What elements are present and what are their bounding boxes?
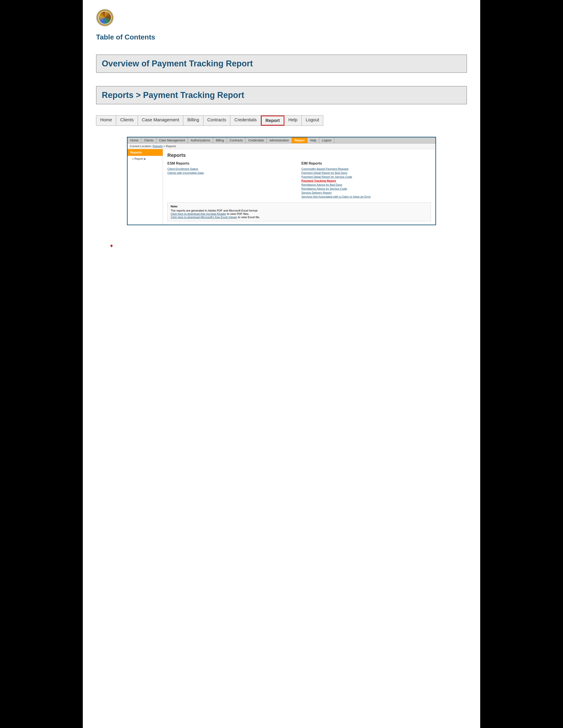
section1-title: Overview of Payment Tracking Report xyxy=(102,59,461,68)
section1-header: Overview of Payment Tracking Report xyxy=(96,54,467,73)
sidebar-expand-icon: ▶ xyxy=(144,157,146,160)
logo xyxy=(96,9,114,26)
inner-nav-clients[interactable]: Clients xyxy=(141,137,156,143)
inner-nav-contracts[interactable]: Contracts xyxy=(227,137,246,143)
excel-viewer-link[interactable]: Click here to download Microsoft's free … xyxy=(171,216,237,219)
top-nav-bar: Home Clients Case Management Billing Con… xyxy=(96,115,323,126)
note-text: The reports are generated in Adobe PDF a… xyxy=(171,209,428,212)
inner-nav-authorizations[interactable]: Authorizations xyxy=(188,137,213,143)
breadcrumb-prefix: Current Location: xyxy=(130,144,152,148)
inner-screenshot: Home Clients Case Management Authorizati… xyxy=(127,137,436,225)
reports-grid: ESM Reports Client Enrollment Status Cli… xyxy=(167,161,431,199)
nav-item-billing[interactable]: Billing xyxy=(183,116,203,126)
esm-reports-title: ESM Reports xyxy=(167,161,297,165)
note-label: Note: xyxy=(171,205,428,208)
inner-nav-help[interactable]: Help xyxy=(307,137,319,143)
inner-nav-credentials[interactable]: Credentials xyxy=(245,137,267,143)
nav-item-home[interactable]: Home xyxy=(96,116,116,126)
eim-link-remittance-bed[interactable]: Remittance Advice by Bed Days xyxy=(302,183,431,186)
sidebar: Reports » Report ▶ xyxy=(128,149,163,225)
section2-header: Reports > Payment Tracking Report xyxy=(96,86,467,104)
esm-reports-col: ESM Reports Client Enrollment Status Cli… xyxy=(167,161,297,199)
inner-nav-case-management[interactable]: Case Management xyxy=(156,137,188,143)
inner-nav-home[interactable]: Home xyxy=(128,137,141,143)
note-link1-suffix: to view PDF files. xyxy=(227,212,249,216)
bottom-star-marker: ✦ xyxy=(109,243,467,249)
toc-title: Table of Contents xyxy=(96,33,467,41)
eim-link-payment-tracking[interactable]: Payment Tracking Report xyxy=(302,179,431,182)
eim-link-payment-detail-service[interactable]: Payment Detail Report by Service Code xyxy=(302,175,431,178)
logo-graphic xyxy=(98,11,111,24)
esm-link-client-enrollment[interactable]: Client Enrollment Status xyxy=(167,167,297,171)
nav-item-clients[interactable]: Clients xyxy=(116,116,138,126)
logo-area xyxy=(96,9,467,26)
sidebar-subitem-report[interactable]: » Report ▶ xyxy=(128,156,163,161)
note-link2-suffix: to view Excel file. xyxy=(238,216,260,219)
acrobat-reader-link[interactable]: Click here to download free Acrobat Read… xyxy=(171,212,226,216)
inner-nav-billing[interactable]: Billing xyxy=(213,137,227,143)
nav-item-case-management[interactable]: Case Management xyxy=(138,116,183,126)
eim-link-service-delivery[interactable]: Service Delivery Report xyxy=(302,191,431,194)
eim-reports-col: EIM Reports Commodity Based Payment Requ… xyxy=(302,161,431,199)
eim-link-remittance-service[interactable]: Remittance Advice by Service Code xyxy=(302,187,431,190)
main-area: Reports » Report ▶ Reports ESM Reports C… xyxy=(128,149,435,225)
inner-nav-report[interactable]: Report xyxy=(292,137,307,143)
nav-item-contracts[interactable]: Contracts xyxy=(203,116,230,126)
nav-item-report[interactable]: Report xyxy=(261,116,285,126)
inner-nav-logout[interactable]: Logout xyxy=(319,137,334,143)
sidebar-item-reports[interactable]: Reports xyxy=(128,149,163,156)
breadcrumb-suffix: > Reports xyxy=(164,144,176,148)
inner-nav-bar: Home Clients Case Management Authorizati… xyxy=(128,137,435,143)
eim-link-services-not-associated[interactable]: Services Not Associated with a Claim or … xyxy=(302,195,431,198)
nav-item-logout[interactable]: Logout xyxy=(302,116,323,126)
inner-nav-administration[interactable]: Administration xyxy=(267,137,292,143)
sidebar-arrow-icon: » Report xyxy=(132,157,143,160)
content-title: Reports xyxy=(167,152,431,158)
eim-link-payment-detail-bed[interactable]: Payment Detail Report by Bed Days xyxy=(302,171,431,174)
section2-title: Reports > Payment Tracking Report xyxy=(102,90,461,100)
eim-link-commodity[interactable]: Commodity Based Payment Request xyxy=(302,167,431,171)
nav-item-credentials[interactable]: Credentials xyxy=(230,116,261,126)
esm-link-incomplete-data[interactable]: Clients with Incomplete Data xyxy=(167,171,297,174)
nav-item-help[interactable]: Help xyxy=(285,116,302,126)
note-link2-line: Click here to download Microsoft's free … xyxy=(171,216,428,219)
note-link1-line: Click here to download free Acrobat Read… xyxy=(171,212,428,216)
page-container: Table of Contents Overview of Payment Tr… xyxy=(83,0,480,728)
breadcrumb: Current Location: Reports > Reports xyxy=(128,143,435,149)
eim-reports-title: EIM Reports xyxy=(302,161,431,165)
note-box: Note: The reports are generated in Adobe… xyxy=(167,202,431,221)
content-area: Reports ESM Reports Client Enrollment St… xyxy=(163,149,435,225)
breadcrumb-reports-link[interactable]: Reports xyxy=(152,144,163,148)
